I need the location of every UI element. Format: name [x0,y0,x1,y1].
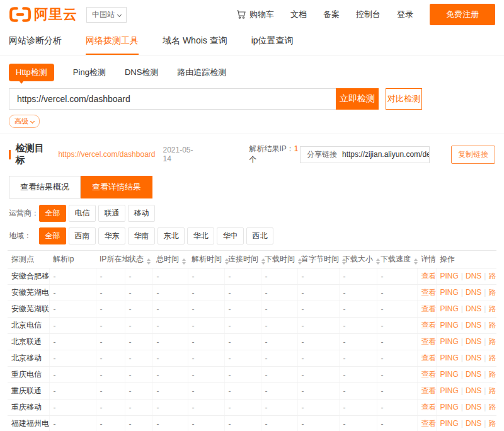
traceroute-link[interactable]: 路由追踪 [488,353,496,362]
detail-cell: 查看 [417,318,436,334]
traceroute-link[interactable]: 路由追踪 [488,386,496,395]
sort-icon[interactable] [376,258,380,265]
nav-tab-site-diagnosis[interactable]: 网站诊断分析 [9,35,62,55]
view-detail-link[interactable]: 查看 [421,321,437,330]
register-button[interactable]: 免费注册 [430,4,495,25]
dns-link[interactable]: DNS [466,304,481,313]
detail-cell: 查看 [417,285,436,301]
copy-link-button[interactable]: 复制链接 [451,146,495,164]
dns-link[interactable]: DNS [466,288,481,297]
view-detail-link[interactable]: 查看 [421,386,437,395]
traceroute-link[interactable]: 路由追踪 [488,419,496,428]
traceroute-link[interactable]: 路由追踪 [488,370,496,379]
traceroute-link[interactable]: 路由追踪 [488,403,496,411]
view-detail-link[interactable]: 查看 [421,370,437,379]
view-detail-link[interactable]: 查看 [421,403,437,411]
traceroute-link[interactable]: 路由追踪 [488,288,496,297]
nav-tab-network-probe[interactable]: 网络拨测工具 [86,35,139,55]
detect-now-button[interactable]: 立即检测 [336,88,379,110]
filter-option-华北[interactable]: 华北 [187,227,214,244]
view-detail-link[interactable]: 查看 [421,353,437,362]
column-header[interactable]: 连接时间 [224,251,261,268]
ping-link[interactable]: PING [440,321,459,330]
ping-link[interactable]: PING [440,337,459,346]
filter-option-移动[interactable]: 移动 [128,205,155,222]
menu-item-login[interactable]: 登录 [397,9,413,20]
column-header[interactable]: 下载大小 [339,251,377,268]
dns-link[interactable]: DNS [466,272,481,280]
column-header[interactable]: 状态 [125,251,152,268]
dns-link[interactable]: DNS [466,403,481,411]
filter-option-华中[interactable]: 华中 [217,227,244,244]
menu-item-cart[interactable]: 购物车 [236,9,274,20]
ping-link[interactable]: PING [440,403,459,411]
filter-option-华南[interactable]: 华南 [128,227,155,244]
column-header[interactable]: 下载时间 [261,251,297,268]
ping-link[interactable]: PING [440,386,459,395]
view-detail-link[interactable]: 查看 [421,288,437,297]
column-header[interactable]: 解析时间 [188,251,224,268]
detail-cell: 查看 [417,399,436,416]
view-detail-link[interactable]: 查看 [421,304,437,313]
share-link-value[interactable]: https://zijian.aliyun.com/detect/http/HT… [342,150,429,159]
dns-link[interactable]: DNS [466,386,481,395]
region-selector[interactable]: 中国站 [86,7,127,23]
probe-name: 北京移动 [8,350,49,367]
traceroute-link[interactable]: 路由追踪 [488,337,496,346]
dns-link[interactable]: DNS [466,321,481,330]
actions-cell: PING|DNS|路由追踪 [436,268,496,285]
compare-detect-button[interactable]: 对比检测 [386,88,422,110]
tab-result-details[interactable]: 查看详情结果 [81,176,152,198]
dns-link[interactable]: DNS [466,370,481,379]
ping-link[interactable]: PING [440,272,459,280]
filter-option-东北[interactable]: 东北 [158,227,185,244]
filter-option-华东[interactable]: 华东 [98,227,125,244]
sort-icon[interactable] [147,258,151,265]
ping-link[interactable]: PING [440,304,459,313]
column-header[interactable]: 首字节时间 [297,251,339,268]
traceroute-link[interactable]: 路由追踪 [488,304,496,313]
dns-link[interactable]: DNS [466,419,481,428]
ping-link[interactable]: PING [440,419,459,428]
column-header[interactable]: 下载速度 [377,251,417,268]
menu-item-docs[interactable]: 文档 [290,9,307,20]
menu-item-console[interactable]: 控制台 [356,9,381,20]
target-url-link[interactable]: https://vercel.com/dashboard [58,150,155,159]
column-header[interactable]: 总时间 [152,251,188,268]
view-detail-link[interactable]: 查看 [421,337,437,346]
nav-tab-ip-location[interactable]: ip位置查询 [251,35,294,55]
dns-link[interactable]: DNS [466,337,481,346]
filter-option-全部[interactable]: 全部 [39,227,66,244]
filter-option-联通[interactable]: 联通 [98,205,125,222]
traceroute-link[interactable]: 路由追踪 [488,272,496,280]
tab-traceroute-check[interactable]: 路由追踪检测 [177,67,226,78]
cell-empty: - [224,350,261,367]
nav-tab-whois[interactable]: 域名 Whois 查询 [163,35,227,55]
view-detail-link[interactable]: 查看 [421,419,437,428]
tab-result-overview[interactable]: 查看结果概况 [9,176,81,198]
actions-cell: PING|DNS|路由追踪 [436,285,496,301]
filter-option-电信[interactable]: 电信 [69,205,96,222]
menu-item-beian[interactable]: 备案 [323,9,340,20]
cell-empty: - [188,268,224,285]
aliyun-logo[interactable]: 阿里云 [9,5,77,24]
resolve-result: 解析结果IP：1个 [249,144,300,165]
tab-ping-check[interactable]: Ping检测 [73,67,106,78]
filter-option-西南[interactable]: 西南 [69,227,96,244]
filter-option-西北[interactable]: 西北 [246,227,273,244]
url-input[interactable] [9,88,336,110]
sort-icon[interactable] [182,258,186,265]
cell-empty: - [125,367,152,383]
tab-dns-check[interactable]: DNS检测 [125,67,158,78]
filter-option-全部[interactable]: 全部 [39,205,66,222]
ping-link[interactable]: PING [440,288,459,297]
cell-empty: - [297,318,339,334]
ping-link[interactable]: PING [440,353,459,362]
dns-link[interactable]: DNS [466,353,481,362]
sort-icon[interactable] [414,258,418,265]
ping-link[interactable]: PING [440,370,459,379]
tab-http-check[interactable]: Http检测 [9,64,54,81]
view-detail-link[interactable]: 查看 [421,272,437,280]
advanced-options-button[interactable]: 高级 [9,115,40,128]
traceroute-link[interactable]: 路由追踪 [488,321,496,330]
